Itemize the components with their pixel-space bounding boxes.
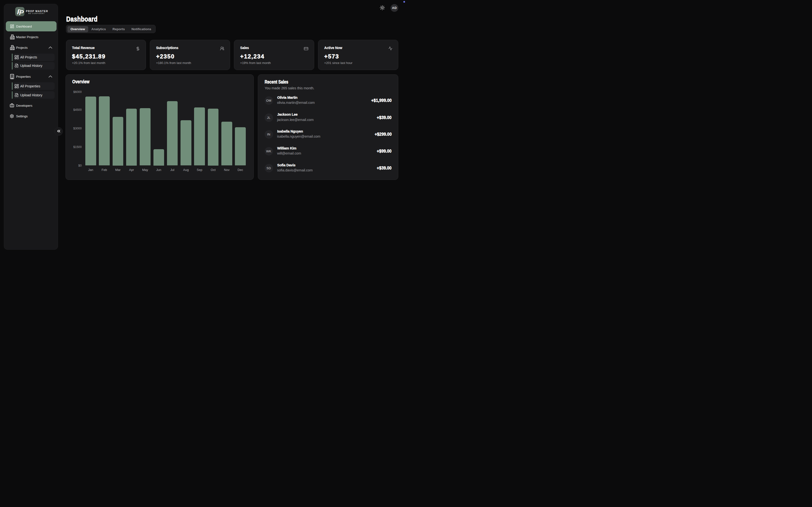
svg-text:P: P [19, 8, 24, 16]
